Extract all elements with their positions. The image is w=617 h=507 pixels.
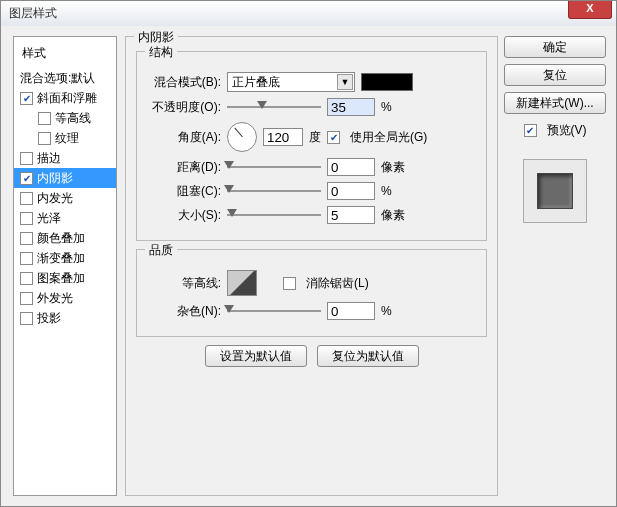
sidebar-checkbox-7[interactable] — [20, 212, 33, 225]
chevron-down-icon[interactable]: ▼ — [337, 74, 353, 90]
sidebar-label-0: 混合选项:默认 — [20, 70, 95, 87]
sidebar-checkbox-8[interactable] — [20, 232, 33, 245]
input-size[interactable] — [327, 206, 375, 224]
sidebar-label-8: 颜色叠加 — [37, 230, 85, 247]
close-button[interactable]: X — [568, 1, 612, 19]
input-opacity[interactable] — [327, 98, 375, 116]
sidebar-item-5[interactable]: 内阴影 — [14, 168, 116, 188]
sidebar-label-1: 斜面和浮雕 — [37, 90, 97, 107]
unit-choke: % — [381, 184, 411, 198]
styles-sidebar: 样式 混合选项:默认斜面和浮雕等高线纹理描边内阴影内发光光泽颜色叠加渐变叠加图案… — [13, 36, 117, 496]
unit-angle: 度 — [309, 129, 321, 146]
sidebar-label-5: 内阴影 — [37, 170, 73, 187]
label-opacity: 不透明度(O): — [147, 99, 221, 116]
group-quality: 品质 等高线: 消除锯齿(L) 杂色(N): % — [136, 249, 487, 337]
contour-picker[interactable] — [227, 270, 257, 296]
label-choke: 阻塞(C): — [147, 183, 221, 200]
slider-choke[interactable] — [227, 184, 321, 198]
slider-noise[interactable] — [227, 304, 321, 318]
unit-noise: % — [381, 304, 411, 318]
preview-swatch — [523, 159, 587, 223]
sidebar-item-3[interactable]: 纹理 — [14, 128, 116, 148]
input-noise[interactable] — [327, 302, 375, 320]
button-new-style[interactable]: 新建样式(W)... — [504, 92, 606, 114]
button-ok[interactable]: 确定 — [504, 36, 606, 58]
label-contour: 等高线: — [147, 275, 221, 292]
unit-distance: 像素 — [381, 159, 411, 176]
button-set-default[interactable]: 设置为默认值 — [205, 345, 307, 367]
sidebar-item-8[interactable]: 颜色叠加 — [14, 228, 116, 248]
checkbox-global-light[interactable] — [327, 131, 340, 144]
blend-mode-value[interactable] — [227, 72, 355, 92]
label-noise: 杂色(N): — [147, 303, 221, 320]
slider-size[interactable] — [227, 208, 321, 222]
sidebar-item-7[interactable]: 光泽 — [14, 208, 116, 228]
sidebar-item-12[interactable]: 投影 — [14, 308, 116, 328]
sidebar-checkbox-6[interactable] — [20, 192, 33, 205]
sidebar-label-7: 光泽 — [37, 210, 61, 227]
label-preview: 预览(V) — [547, 122, 587, 139]
label-blend-mode: 混合模式(B): — [147, 74, 221, 91]
sidebar-label-9: 渐变叠加 — [37, 250, 85, 267]
sidebar-checkbox-12[interactable] — [20, 312, 33, 325]
label-global-light: 使用全局光(G) — [350, 129, 427, 146]
dropdown-blend-mode[interactable]: ▼ — [227, 72, 355, 92]
sidebar-checkbox-11[interactable] — [20, 292, 33, 305]
sidebar-label-11: 外发光 — [37, 290, 73, 307]
group-structure-title: 结构 — [145, 44, 177, 61]
slider-opacity[interactable] — [227, 100, 321, 114]
sidebar-item-1[interactable]: 斜面和浮雕 — [14, 88, 116, 108]
slider-distance[interactable] — [227, 160, 321, 174]
input-distance[interactable] — [327, 158, 375, 176]
button-reset-default[interactable]: 复位为默认值 — [317, 345, 419, 367]
input-choke[interactable] — [327, 182, 375, 200]
group-structure: 结构 混合模式(B): ▼ 不透明度(O): % — [136, 51, 487, 241]
sidebar-checkbox-9[interactable] — [20, 252, 33, 265]
button-cancel[interactable]: 复位 — [504, 64, 606, 86]
sidebar-item-4[interactable]: 描边 — [14, 148, 116, 168]
sidebar-checkbox-3[interactable] — [38, 132, 51, 145]
dial-angle[interactable] — [227, 122, 257, 152]
unit-opacity: % — [381, 100, 411, 114]
sidebar-item-10[interactable]: 图案叠加 — [14, 268, 116, 288]
unit-size: 像素 — [381, 207, 411, 224]
sidebar-label-3: 纹理 — [55, 130, 79, 147]
label-distance: 距离(D): — [147, 159, 221, 176]
sidebar-checkbox-4[interactable] — [20, 152, 33, 165]
label-angle: 角度(A): — [147, 129, 221, 146]
sidebar-label-12: 投影 — [37, 310, 61, 327]
sidebar-label-4: 描边 — [37, 150, 61, 167]
color-swatch[interactable] — [361, 73, 413, 91]
sidebar-checkbox-2[interactable] — [38, 112, 51, 125]
sidebar-label-6: 内发光 — [37, 190, 73, 207]
sidebar-label-10: 图案叠加 — [37, 270, 85, 287]
sidebar-checkbox-10[interactable] — [20, 272, 33, 285]
sidebar-checkbox-5[interactable] — [20, 172, 33, 185]
panel-inner-shadow: 内阴影 结构 混合模式(B): ▼ 不透明度(O): — [125, 36, 498, 496]
sidebar-label-2: 等高线 — [55, 110, 91, 127]
group-quality-title: 品质 — [145, 242, 177, 259]
sidebar-title: 样式 — [14, 41, 116, 68]
sidebar-item-0[interactable]: 混合选项:默认 — [14, 68, 116, 88]
window-title: 图层样式 — [9, 5, 57, 22]
sidebar-item-11[interactable]: 外发光 — [14, 288, 116, 308]
checkbox-antialias[interactable] — [283, 277, 296, 290]
label-size: 大小(S): — [147, 207, 221, 224]
label-antialias: 消除锯齿(L) — [306, 275, 369, 292]
sidebar-item-2[interactable]: 等高线 — [14, 108, 116, 128]
sidebar-item-6[interactable]: 内发光 — [14, 188, 116, 208]
sidebar-item-9[interactable]: 渐变叠加 — [14, 248, 116, 268]
checkbox-preview[interactable] — [524, 124, 537, 137]
titlebar: 图层样式 X — [1, 1, 616, 26]
sidebar-checkbox-1[interactable] — [20, 92, 33, 105]
input-angle[interactable] — [263, 128, 303, 146]
